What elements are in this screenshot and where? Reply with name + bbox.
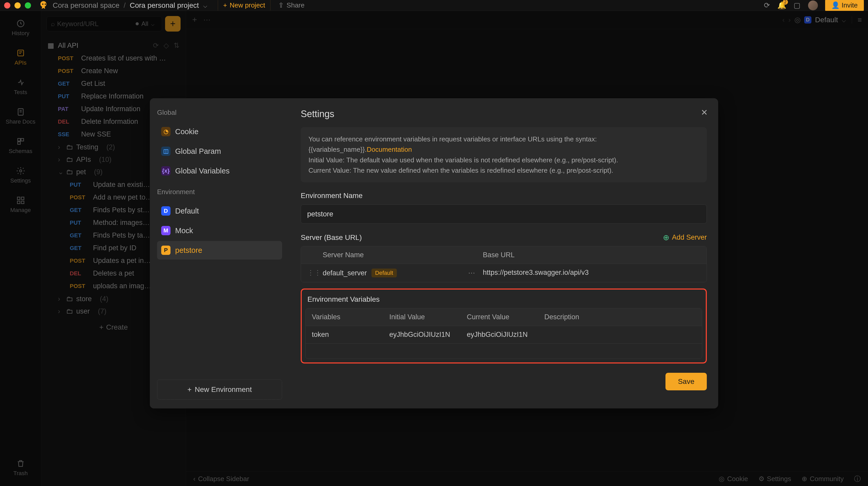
- env-vars-section: Environment Variables Variables Initial …: [301, 288, 707, 364]
- notif-badge: 2: [783, 0, 788, 5]
- info-box: You can reference environment variables …: [301, 127, 707, 182]
- var-initial[interactable]: eyJhbGciOiJIUzI1N: [389, 331, 467, 339]
- ms-env-petstore[interactable]: Ppetstore: [157, 241, 282, 260]
- vars-icon: {x}: [161, 166, 170, 175]
- ms-cookie[interactable]: ◔Cookie: [157, 122, 282, 141]
- breadcrumb-project[interactable]: Cora personal project: [130, 1, 199, 9]
- chevron-down-icon[interactable]: ⌵: [203, 1, 208, 9]
- maximize-window[interactable]: [25, 2, 31, 8]
- share-icon: ⇪: [278, 1, 284, 9]
- var-row[interactable]: token eyJhbGciOiJIUzI1N eyJhbGciOiJIUzI1…: [306, 326, 702, 344]
- app-logo-icon: [38, 0, 49, 10]
- ms-env-default[interactable]: DDefault: [157, 202, 282, 220]
- server-name: default_server: [323, 269, 367, 277]
- modal-global-label: Global: [157, 109, 282, 117]
- add-server-button[interactable]: ⊕Add Server: [663, 233, 707, 242]
- close-window[interactable]: [4, 2, 10, 8]
- new-project-label: New project: [230, 1, 265, 9]
- titlebar: Cora personal space / Cora personal proj…: [0, 0, 868, 11]
- col-current-value: Current Value: [467, 313, 544, 321]
- documentation-link[interactable]: Documentation: [367, 146, 412, 153]
- settings-modal: Global ◔Cookie ◫Global Param {x}Global V…: [150, 98, 718, 408]
- invite-button[interactable]: 👤 Invite: [825, 0, 864, 12]
- modal-env-label: Environment: [157, 188, 282, 196]
- var-desc[interactable]: [544, 331, 696, 339]
- new-project-button[interactable]: + New project: [218, 0, 271, 12]
- ms-global-param[interactable]: ◫Global Param: [157, 142, 282, 161]
- param-icon: ◫: [161, 147, 170, 156]
- col-description: Description: [544, 313, 696, 321]
- env-p-icon: P: [161, 246, 170, 255]
- ms-global-vars[interactable]: {x}Global Variables: [157, 162, 282, 180]
- env-name-label: Environment Name: [301, 192, 707, 200]
- modal-main: Settings ✕ You can reference environment…: [289, 98, 718, 408]
- var-name[interactable]: token: [312, 331, 389, 339]
- col-variables: Variables: [312, 313, 389, 321]
- env-d-icon: D: [161, 206, 170, 216]
- col-base-url: Base URL: [483, 251, 700, 259]
- default-tag: Default: [371, 268, 397, 277]
- avatar[interactable]: [808, 1, 818, 10]
- calendar-icon[interactable]: ▢: [793, 2, 801, 9]
- server-table: Server NameBase URL ⋮⋮ default_serverDef…: [301, 246, 707, 282]
- modal-title: Settings: [301, 109, 707, 119]
- col-initial-value: Initial Value: [389, 313, 467, 321]
- more-icon[interactable]: ⋯: [468, 269, 475, 277]
- new-environment-button[interactable]: +New Environment: [157, 379, 282, 400]
- drag-handle-icon[interactable]: ⋮⋮: [307, 268, 323, 277]
- plus-icon: +: [223, 1, 227, 9]
- ms-env-mock[interactable]: MMock: [157, 221, 282, 240]
- env-vars-label: Environment Variables: [305, 293, 702, 308]
- server-row[interactable]: ⋮⋮ default_serverDefault⋯ https://petsto…: [301, 264, 707, 282]
- save-button[interactable]: Save: [665, 373, 707, 390]
- var-row-empty[interactable]: [306, 344, 702, 359]
- breadcrumb-space[interactable]: Cora personal space: [53, 1, 119, 9]
- plus-icon: +: [187, 385, 191, 394]
- server-url[interactable]: https://petstore3.swagger.io/api/v3: [483, 268, 700, 277]
- close-icon[interactable]: ✕: [701, 108, 708, 117]
- share-label: Share: [286, 1, 304, 9]
- sync-icon[interactable]: ⟳: [763, 2, 771, 9]
- minimize-window[interactable]: [14, 2, 21, 8]
- modal-sidebar: Global ◔Cookie ◫Global Param {x}Global V…: [150, 98, 289, 408]
- share-button[interactable]: ⇪ Share: [278, 1, 304, 9]
- user-plus-icon: 👤: [831, 1, 840, 9]
- breadcrumb: Cora personal space / Cora personal proj…: [53, 1, 208, 9]
- col-server-name: Server Name: [323, 251, 483, 259]
- env-m-icon: M: [161, 226, 170, 235]
- cookie-icon: ◔: [161, 127, 170, 136]
- plus-circle-icon: ⊕: [663, 233, 669, 242]
- env-name-input[interactable]: [301, 204, 707, 224]
- invite-label: Invite: [842, 1, 858, 9]
- bell-icon[interactable]: 🔔2: [778, 2, 786, 9]
- vars-table: Variables Initial Value Current Value De…: [305, 308, 702, 359]
- window-controls: [4, 2, 31, 8]
- var-current[interactable]: eyJhbGciOiJIUzI1N: [467, 331, 544, 339]
- server-label: Server (Base URL): [301, 233, 362, 242]
